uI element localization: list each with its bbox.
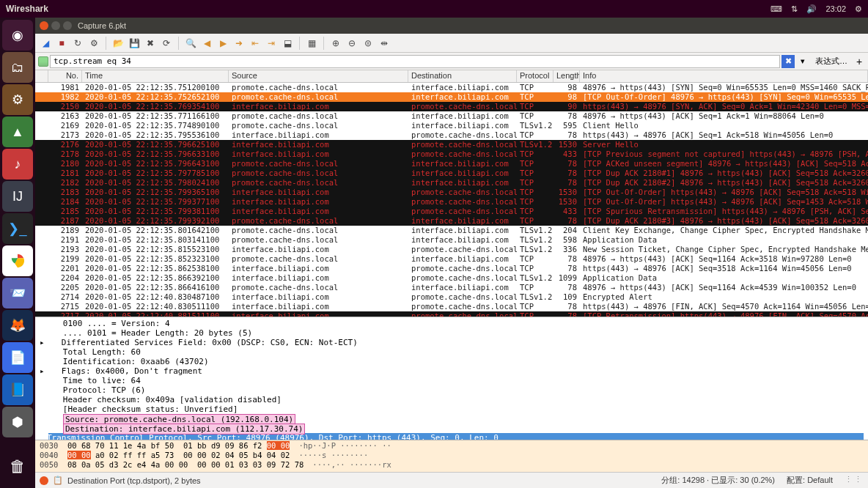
packet-row[interactable]: 21812020-01-05 22:12:35.797785100promote… — [35, 169, 868, 178]
app-icon[interactable]: 📨 — [2, 278, 33, 308]
packet-row[interactable]: 21782020-01-05 22:12:35.796633100interfa… — [35, 149, 868, 159]
packet-row[interactable]: 21892020-01-05 22:12:35.801642100promote… — [35, 226, 868, 235]
open-file-icon[interactable]: 📂 — [111, 36, 125, 51]
packet-row[interactable]: 21872020-01-05 22:12:35.799392100promote… — [35, 216, 868, 226]
window-close-button[interactable] — [40, 21, 48, 30]
detail-line[interactable]: Source: promote.cache-dns.local (192.168… — [48, 414, 864, 424]
detail-line[interactable]: Protocol: TCP (6) — [48, 385, 864, 395]
start-capture-icon[interactable]: ◢ — [38, 36, 53, 51]
first-packet-icon[interactable]: ⇤ — [248, 36, 262, 51]
detail-line[interactable]: Identification: 0xaab6 (43702) — [48, 357, 864, 366]
find-icon[interactable]: 🔍 — [183, 36, 198, 51]
packet-row[interactable]: 21732020-01-05 22:12:35.795536100interfa… — [35, 130, 868, 140]
packet-row[interactable]: 21992020-01-05 22:12:35.852323100promote… — [35, 254, 868, 264]
expert-info-icon[interactable] — [40, 476, 48, 485]
packet-row[interactable]: 22012020-01-05 22:12:35.862538100interfa… — [35, 264, 868, 273]
resize-grip-icon[interactable]: ⋮⋮ — [845, 475, 864, 486]
app-name: Wireshark — [6, 4, 48, 14]
zoom-in-icon[interactable]: ⊕ — [328, 36, 343, 51]
trash-icon[interactable]: 🗑 — [2, 451, 33, 482]
packet-rows[interactable]: 19812020-01-05 22:12:35.751200100promote… — [35, 83, 868, 317]
main-toolbar: ◢ ■ ↻ ⚙ 📂 💾 ✖ ⟳ 🔍 ◀ ▶ ➜ ⇤ ⇥ ⬓ ▦ ⊕ ⊖ ⊜ ⇹ — [35, 34, 868, 53]
detail-line[interactable]: Total Length: 60 — [48, 347, 864, 357]
auto-scroll-icon[interactable]: ⬓ — [280, 36, 295, 51]
capture-file-icon[interactable]: 📋 — [53, 476, 63, 485]
packet-list-header[interactable]: No. Time Source Destination Protocol Len… — [35, 70, 868, 83]
document-viewer-icon[interactable]: 📘 — [2, 374, 33, 405]
detail-line[interactable]: Time to live: 64 — [48, 376, 864, 385]
detail-line[interactable]: ▸ Differentiated Services Field: 0x00 (D… — [48, 338, 864, 347]
save-file-icon[interactable]: 💾 — [127, 36, 141, 51]
close-file-icon[interactable]: ✖ — [143, 36, 158, 51]
packet-row[interactable]: 21822020-01-05 22:12:35.798024100promote… — [35, 178, 868, 188]
window-max-button[interactable] — [63, 21, 72, 30]
clear-filter-icon[interactable]: ✖ — [781, 55, 795, 68]
packet-row[interactable]: 22042020-01-05 22:12:35.866392100interfa… — [35, 273, 868, 283]
packet-row[interactable]: 21632020-01-05 22:12:35.771166100promote… — [35, 111, 868, 121]
files-icon[interactable]: 🗂 — [2, 52, 33, 83]
detail-line[interactable]: ▾Transmission Control Protocol, Src Port… — [48, 433, 864, 440]
packet-row[interactable]: 21852020-01-05 22:12:35.799381100interfa… — [35, 207, 868, 216]
hex-line[interactable]: 0030 00 68 70 11 1e 4a bf 50 01 bb d9 09… — [40, 441, 864, 451]
chrome-icon[interactable] — [2, 245, 33, 276]
packet-row[interactable]: 21502020-01-05 22:12:35.769354100interfa… — [35, 102, 868, 111]
packet-row[interactable]: 19812020-01-05 22:12:35.751200100promote… — [35, 83, 868, 92]
packet-row[interactable]: 21912020-01-05 22:12:35.803141100promote… — [35, 235, 868, 245]
expression-button[interactable]: 表达式… — [811, 56, 852, 67]
detail-line[interactable]: Destination: interface.biliapi.com (112.… — [48, 424, 864, 433]
zoom-reset-icon[interactable]: ⊜ — [361, 36, 375, 51]
window-titlebar[interactable]: Capture 6.pkt — [35, 18, 868, 34]
libreoffice-writer-icon[interactable]: 📄 — [2, 342, 33, 373]
netease-icon[interactable]: ♪ — [2, 149, 33, 180]
disk-icon[interactable]: ⬢ — [2, 407, 33, 437]
system-menu-icon[interactable]: ⚙ — [855, 4, 862, 14]
packet-row[interactable]: 19822020-01-05 22:12:35.752652100promote… — [35, 92, 868, 102]
intellij-icon[interactable]: IJ — [2, 181, 33, 212]
restart-capture-icon[interactable]: ↻ — [70, 36, 85, 51]
packet-row[interactable]: 27142020-01-05 22:12:40.830487100interfa… — [35, 292, 868, 302]
network-indicator[interactable]: ⇅ — [791, 4, 798, 14]
dash-icon[interactable]: ◉ — [2, 20, 33, 51]
status-profile[interactable]: 配置: Default — [787, 475, 833, 486]
window-min-button[interactable] — [51, 21, 60, 30]
packet-bytes-pane[interactable]: 0030 00 68 70 11 1e 4a bf 50 01 bb d9 09… — [35, 440, 868, 472]
hex-line[interactable]: 0050 08 0a 05 d3 2c e4 4a 00 00 00 00 01… — [40, 460, 864, 470]
packet-row[interactable]: 21842020-01-05 22:12:35.799377100interfa… — [35, 197, 868, 207]
packet-row[interactable]: 21932020-01-05 22:12:35.815523100interfa… — [35, 245, 868, 254]
stop-capture-icon[interactable]: ■ — [54, 36, 69, 51]
firefox-icon[interactable]: 🦊 — [2, 310, 33, 341]
clock[interactable]: 23:02 — [825, 4, 846, 13]
display-filter-input[interactable] — [50, 55, 780, 68]
hex-line[interactable]: 0040 00 00 a0 02 ff ff a5 73 00 00 02 04… — [40, 451, 864, 460]
vscode-icon[interactable]: ⚙ — [2, 84, 33, 115]
colorize-icon[interactable]: ▦ — [304, 36, 319, 51]
packet-row[interactable]: 21832020-01-05 22:12:35.799365100interfa… — [35, 188, 868, 197]
android-studio-icon[interactable]: ▲ — [2, 117, 33, 147]
packet-details-pane[interactable]: 0100 .... = Version: 4 .... 0101 = Heade… — [35, 317, 868, 440]
zoom-out-icon[interactable]: ⊖ — [345, 36, 359, 51]
go-back-icon[interactable]: ◀ — [199, 36, 214, 51]
go-forward-icon[interactable]: ▶ — [216, 36, 230, 51]
packet-row[interactable]: 22052020-01-05 22:12:35.866416100promote… — [35, 283, 868, 292]
detail-line[interactable]: 0100 .... = Version: 4 — [48, 319, 864, 328]
packet-row[interactable]: 21802020-01-05 22:12:35.796643100promote… — [35, 159, 868, 169]
detail-line[interactable]: ▸ Flags: 0x4000, Don't fragment — [48, 366, 864, 376]
packet-row[interactable]: 21692020-01-05 22:12:35.774890100promote… — [35, 121, 868, 130]
packet-row[interactable]: 27152020-01-05 22:12:40.830511100interfa… — [35, 302, 868, 311]
detail-line[interactable]: [Header checksum status: Unverified] — [48, 404, 864, 414]
packet-row[interactable]: 21762020-01-05 22:12:35.796625100interfa… — [35, 140, 868, 149]
reload-icon[interactable]: ⟳ — [159, 36, 174, 51]
detail-line[interactable]: Header checksum: 0x409a [validation disa… — [48, 395, 864, 404]
filter-bookmark-icon[interactable] — [38, 56, 48, 67]
packet-row[interactable]: 27172020-01-05 22:12:40.881511100interfa… — [35, 311, 868, 317]
last-packet-icon[interactable]: ⇥ — [264, 36, 279, 51]
volume-indicator[interactable]: 🔊 — [806, 4, 817, 14]
options-icon[interactable]: ⚙ — [87, 36, 101, 51]
keyboard-indicator[interactable]: ⌨ — [770, 4, 782, 14]
apply-filter-icon[interactable]: ▾ — [796, 55, 809, 68]
add-filter-button[interactable]: + — [853, 56, 865, 67]
resize-columns-icon[interactable]: ⇹ — [377, 36, 391, 51]
terminal-icon[interactable]: ❯_ — [2, 213, 33, 244]
go-to-icon[interactable]: ➜ — [232, 36, 246, 51]
detail-line[interactable]: .... 0101 = Header Length: 20 bytes (5) — [48, 328, 864, 338]
